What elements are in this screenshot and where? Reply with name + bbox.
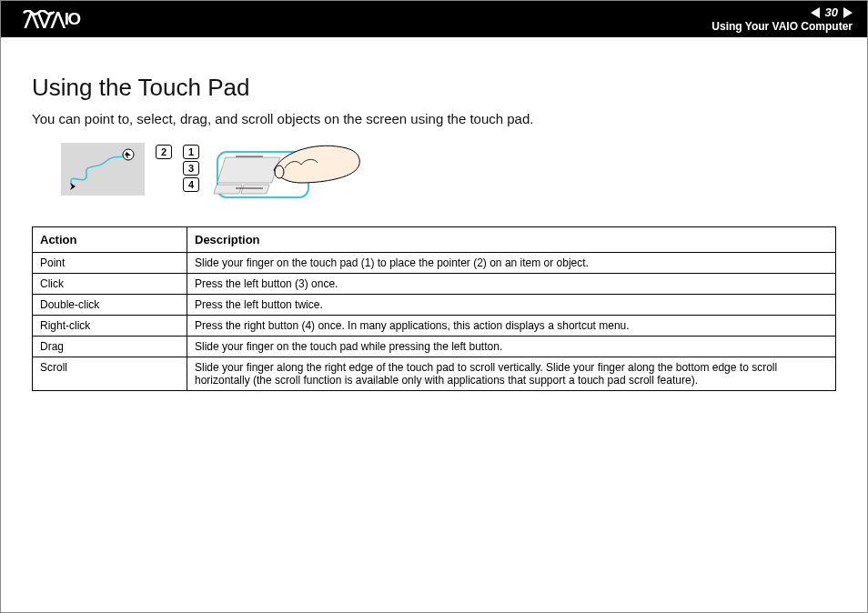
table-row: Double-clickPress the left button twice. <box>33 295 836 316</box>
svg-text:⋀⋁⋀IO: ⋀⋁⋀IO <box>24 10 81 28</box>
table-row: PointSlide your finger on the touch pad … <box>33 253 836 274</box>
cell-action: Right-click <box>33 316 187 337</box>
label-col-pointer: 2 <box>156 145 172 159</box>
svg-rect-5 <box>217 157 280 183</box>
callout-2: 2 <box>156 145 172 159</box>
svg-rect-6 <box>214 185 242 194</box>
vaio-logo: ⋀⋁⋀IO <box>23 10 123 28</box>
cell-desc: Slide your finger along the right edge o… <box>187 357 836 391</box>
cell-action: Click <box>33 274 187 295</box>
cell-desc: Press the left button twice. <box>187 295 836 316</box>
document-page: ⋀⋁⋀IO 30 Using Your VAIO Computer Using … <box>0 0 868 613</box>
label-col-touchpad: 1 3 4 <box>183 145 199 192</box>
callout-1: 1 <box>183 145 199 159</box>
next-page-icon[interactable] <box>843 7 853 18</box>
callout-4: 4 <box>183 177 199 192</box>
table-row: Right-clickPress the right button (4) on… <box>33 316 836 337</box>
illustration-row: 2 1 3 4 <box>61 143 836 210</box>
svg-rect-7 <box>241 185 269 194</box>
header-bar: ⋀⋁⋀IO 30 Using Your VAIO Computer <box>1 1 867 37</box>
cell-desc: Slide your finger on the touch pad while… <box>187 337 836 357</box>
header-right: 30 Using Your VAIO Computer <box>712 5 853 33</box>
actions-table: Action Description PointSlide your finge… <box>32 226 836 391</box>
svg-marker-1 <box>70 183 76 190</box>
intro-text: You can point to, select, drag, and scro… <box>32 111 836 126</box>
cell-desc: Press the left button (3) once. <box>187 274 836 295</box>
prev-page-icon[interactable] <box>811 7 820 18</box>
cell-action: Double-click <box>33 295 187 316</box>
cell-action: Point <box>33 253 187 274</box>
page-number: 30 <box>825 5 838 19</box>
cell-action: Scroll <box>33 357 187 391</box>
callout-3: 3 <box>183 161 199 176</box>
touchpad-illustration <box>210 143 365 210</box>
col-description: Description <box>187 227 836 253</box>
table-row: ScrollSlide your finger along the right … <box>33 357 836 391</box>
page-content: Using the Touch Pad You can point to, se… <box>1 37 867 391</box>
cell-desc: Slide your finger on the touch pad (1) t… <box>187 253 836 274</box>
section-title: Using Your VAIO Computer <box>712 20 853 33</box>
table-row: DragSlide your finger on the touch pad w… <box>33 337 836 357</box>
pointer-trail-illustration <box>61 143 145 196</box>
page-title: Using the Touch Pad <box>32 74 836 102</box>
cell-desc: Press the right button (4) once. In many… <box>187 316 836 337</box>
svg-point-8 <box>275 166 284 178</box>
page-navigator: 30 <box>811 5 853 19</box>
cell-action: Drag <box>33 337 187 357</box>
table-row: ClickPress the left button (3) once. <box>33 274 836 295</box>
table-header-row: Action Description <box>33 227 836 253</box>
col-action: Action <box>33 227 187 253</box>
